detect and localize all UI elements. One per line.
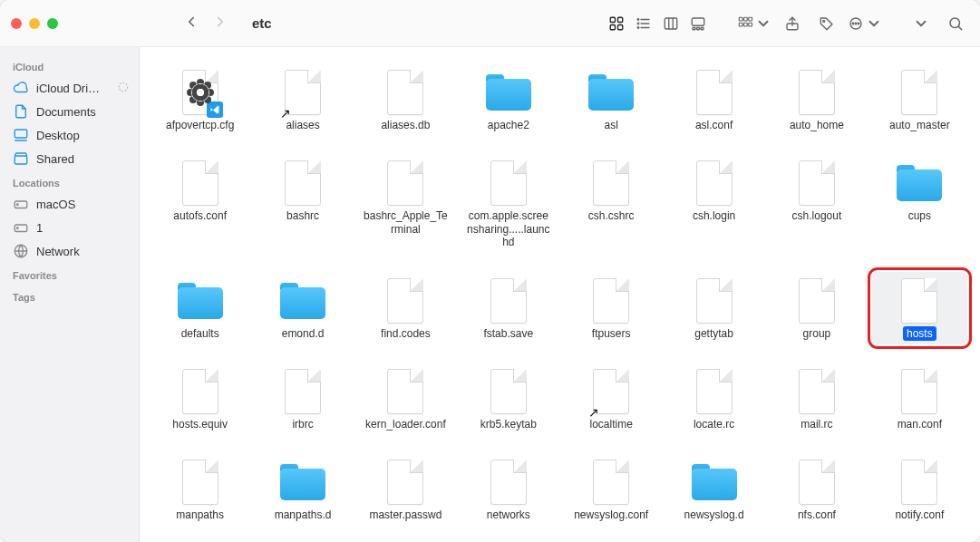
file-icon [901, 369, 937, 414]
file-item[interactable]: com.apple.screensharing.....launchd [461, 154, 556, 253]
folder-item[interactable]: apache2 [461, 63, 556, 136]
sidebar-item-macos[interactable]: macOS [0, 192, 139, 216]
file-item[interactable]: newsyslog.conf [564, 453, 659, 526]
minimize-window-button[interactable] [29, 18, 40, 29]
file-item[interactable]: auto_master [872, 63, 967, 136]
file-item[interactable]: csh.logout [769, 154, 864, 253]
svg-point-31 [119, 82, 127, 91]
toolbar: etc [0, 0, 980, 47]
folder-item[interactable]: emond.d [255, 272, 350, 344]
item-label: bashrc [283, 208, 323, 223]
file-item[interactable]: networks [461, 453, 556, 526]
file-icon [593, 460, 629, 505]
sidebar-item-one[interactable]: 1 [0, 216, 139, 239]
file-item[interactable]: manpaths [152, 453, 247, 526]
tags-button[interactable] [813, 11, 840, 36]
item-label: emond.d [278, 326, 328, 341]
overflow-chevrons[interactable] [907, 11, 935, 36]
file-item[interactable]: nfs.conf [769, 453, 864, 526]
view-list-button[interactable] [630, 11, 657, 36]
file-icon [799, 70, 835, 115]
hdd-icon [13, 219, 29, 236]
item-label: krb5.keytab [477, 417, 540, 431]
item-label: csh.logout [789, 208, 846, 223]
folder-item[interactable]: defaults [152, 272, 247, 344]
file-icon [696, 160, 733, 206]
file-item[interactable]: csh.cshrc [564, 154, 659, 253]
file-item[interactable]: ↗aliases [255, 63, 350, 136]
history-nav [183, 14, 228, 34]
file-item[interactable]: gettytab [666, 272, 762, 344]
file-item[interactable]: asl.conf [666, 63, 762, 136]
group-by-button[interactable] [737, 11, 771, 36]
file-icon [285, 160, 321, 206]
svg-rect-3 [618, 24, 623, 29]
sidebar-section-title: Tags [0, 285, 139, 306]
file-icon [182, 460, 218, 505]
desktop-icon [13, 127, 29, 143]
file-item[interactable]: locate.rc [666, 363, 762, 435]
folder-icon [588, 74, 634, 111]
item-label: newsyslog.d [681, 508, 748, 522]
item-label: notify.conf [891, 508, 947, 522]
item-label: autofs.conf [170, 208, 230, 223]
item-label: nfs.conf [794, 508, 839, 522]
file-browser[interactable]: afpovertcp.cfg↗aliasesaliases.dbapache2a… [140, 47, 980, 542]
file-item[interactable]: kern_loader.conf [358, 363, 453, 435]
file-item[interactable]: csh.login [666, 154, 762, 253]
file-item[interactable]: afpovertcp.cfg [152, 63, 247, 136]
file-icon [901, 70, 937, 115]
folder-icon [280, 283, 325, 319]
folder-item[interactable]: cups [872, 154, 967, 253]
folder-icon [897, 165, 942, 201]
file-item[interactable]: notify.conf [872, 453, 967, 526]
file-item[interactable]: hosts [872, 272, 967, 344]
item-label: bashrc_Apple_Terminal [360, 208, 451, 237]
file-icon [387, 160, 423, 206]
file-item[interactable]: aliases.db [358, 63, 453, 136]
file-item[interactable]: hosts.equiv [152, 363, 247, 435]
svg-point-9 [637, 26, 639, 28]
item-label: apache2 [484, 118, 533, 132]
view-columns-button[interactable] [657, 11, 684, 36]
forward-button[interactable] [212, 14, 228, 34]
svg-point-8 [637, 23, 639, 24]
share-button[interactable] [779, 11, 806, 36]
action-menu-button[interactable] [848, 11, 882, 36]
file-item[interactable]: ftpusers [564, 272, 659, 344]
file-item[interactable]: krb5.keytab [461, 363, 556, 435]
sidebar-item-shared[interactable]: Shared [0, 147, 139, 170]
file-icon [285, 369, 321, 414]
item-label: find.codes [377, 326, 434, 341]
file-item[interactable]: master.passwd [358, 453, 453, 526]
file-item[interactable]: find.codes [358, 272, 453, 344]
item-label: man.conf [894, 417, 946, 431]
folder-item[interactable]: asl [564, 63, 659, 136]
search-button[interactable] [942, 11, 969, 36]
file-item[interactable]: auto_home [769, 63, 864, 136]
svg-rect-13 [692, 18, 704, 25]
folder-item[interactable]: manpaths.d [255, 453, 350, 526]
view-icons-button[interactable] [603, 11, 630, 36]
close-window-button[interactable] [11, 18, 22, 29]
sidebar-item-icloud-drive[interactable]: iCloud Dri… [0, 76, 139, 100]
file-item[interactable]: autofs.conf [152, 154, 247, 253]
file-item[interactable]: ↗localtime [564, 363, 659, 435]
svg-rect-21 [744, 23, 748, 26]
file-item[interactable]: irbrc [255, 363, 350, 435]
file-item[interactable]: group [769, 272, 864, 344]
back-button[interactable] [183, 14, 199, 34]
file-item[interactable]: mail.rc [769, 363, 864, 435]
zoom-window-button[interactable] [47, 18, 58, 29]
file-item[interactable]: man.conf [872, 363, 967, 435]
sidebar-item-network[interactable]: Network [0, 239, 139, 263]
file-item[interactable]: fstab.save [461, 272, 556, 344]
folder-item[interactable]: newsyslog.d [666, 453, 762, 526]
sidebar-item-documents[interactable]: Documents [0, 100, 139, 123]
file-item[interactable]: bashrc [255, 154, 350, 253]
file-item[interactable]: bashrc_Apple_Terminal [358, 154, 453, 253]
file-icon [182, 369, 218, 414]
item-label: afpovertcp.cfg [162, 118, 238, 132]
view-gallery-button[interactable] [684, 11, 712, 36]
sidebar-item-desktop[interactable]: Desktop [0, 123, 139, 147]
